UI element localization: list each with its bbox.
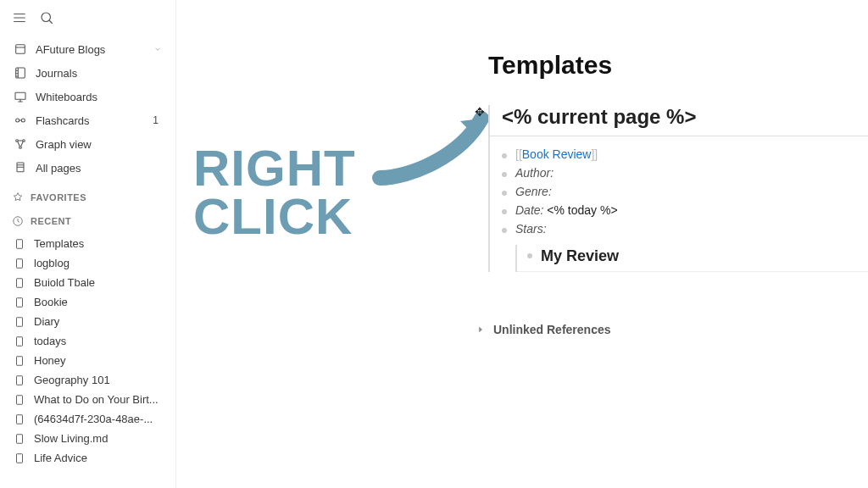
svg-rect-13 bbox=[17, 278, 23, 287]
recent-label: What to Do on Your Birt... bbox=[34, 393, 162, 406]
recent-item[interactable]: logblog bbox=[5, 253, 170, 273]
bullet-dot-icon bbox=[527, 253, 532, 258]
nav-graph[interactable]: Graph view bbox=[5, 132, 170, 156]
box-icon bbox=[14, 42, 27, 56]
bullet-dot-icon bbox=[502, 153, 507, 158]
bullet-dot-icon bbox=[502, 191, 507, 196]
page-icon bbox=[14, 316, 25, 328]
svg-point-0 bbox=[42, 13, 51, 22]
recent-section[interactable]: RECENT bbox=[0, 207, 175, 230]
svg-point-5 bbox=[21, 119, 25, 122]
page-icon bbox=[14, 413, 25, 425]
recent-label: logblog bbox=[34, 257, 162, 269]
bullet-date[interactable]: Date: <% today %> bbox=[502, 201, 868, 219]
svg-rect-17 bbox=[17, 356, 23, 365]
page-icon bbox=[14, 297, 25, 308]
bullet-genre[interactable]: Genre: bbox=[502, 182, 868, 201]
nav-all-pages[interactable]: All pages bbox=[5, 156, 170, 180]
annotation-text: RIGHT CLICK bbox=[193, 144, 356, 241]
recent-label: Diary bbox=[34, 315, 162, 328]
page-title: Templates bbox=[488, 51, 868, 80]
recent-label: Bookie bbox=[34, 296, 162, 308]
recent-label: Templates bbox=[34, 237, 162, 250]
recent-item[interactable]: Slow Living.md bbox=[5, 429, 170, 448]
nav-label: Flashcards bbox=[36, 114, 144, 127]
page-icon bbox=[14, 452, 25, 464]
svg-rect-3 bbox=[15, 92, 25, 99]
nav-whiteboards[interactable]: Whiteboards bbox=[5, 85, 170, 108]
field-author: Author: bbox=[515, 166, 554, 180]
recent-label: Geography 101 bbox=[34, 374, 162, 386]
field-stars: Stars: bbox=[515, 222, 547, 236]
recent-item[interactable]: Buiold Tbale bbox=[5, 273, 170, 292]
recent-item[interactable]: Templates bbox=[5, 234, 170, 253]
recent-item[interactable]: Diary bbox=[5, 312, 170, 331]
clock-icon bbox=[12, 215, 24, 227]
nav-label: All pages bbox=[36, 162, 162, 175]
svg-rect-11 bbox=[17, 239, 23, 248]
svg-rect-19 bbox=[17, 395, 23, 404]
page-icon bbox=[14, 336, 25, 347]
bullet-author[interactable]: Author: bbox=[502, 164, 868, 182]
block-heading[interactable]: <% current page %> bbox=[502, 105, 868, 134]
page-icon bbox=[14, 433, 25, 445]
flashcards-icon bbox=[14, 114, 27, 127]
recent-item[interactable]: Bookie bbox=[5, 292, 170, 312]
svg-rect-18 bbox=[17, 375, 23, 385]
page-icon bbox=[14, 258, 25, 269]
recent-item[interactable]: Geography 101 bbox=[5, 370, 170, 390]
recent-label: (64634d7f-230a-48ae-... bbox=[34, 413, 162, 425]
svg-rect-1 bbox=[16, 45, 25, 54]
recent-label: Slow Living.md bbox=[34, 432, 162, 445]
graph-icon bbox=[14, 137, 27, 151]
unlinked-references[interactable]: Unlinked References bbox=[476, 323, 868, 336]
svg-rect-16 bbox=[17, 336, 23, 346]
annotation-line1: RIGHT bbox=[193, 144, 356, 192]
bullet-stars[interactable]: Stars: bbox=[502, 219, 868, 238]
svg-point-4 bbox=[16, 119, 19, 122]
star-icon bbox=[12, 191, 24, 203]
search-icon[interactable] bbox=[39, 10, 54, 25]
template-block[interactable]: ✥ <% current page %> [[Book Review]] Aut… bbox=[488, 105, 868, 272]
sub-heading[interactable]: My Review bbox=[541, 247, 619, 265]
nav-journals[interactable]: Journals bbox=[5, 61, 170, 85]
nav-label: Whiteboards bbox=[36, 91, 162, 103]
divider bbox=[517, 271, 868, 272]
page-icon bbox=[14, 355, 25, 367]
page-icon bbox=[14, 238, 25, 250]
recent-label: todays bbox=[34, 335, 162, 347]
workspace-label: AFuture Blogs bbox=[36, 43, 145, 56]
recent-label: Buiold Tbale bbox=[34, 276, 162, 289]
field-date-value: <% today %> bbox=[547, 203, 617, 217]
svg-rect-22 bbox=[17, 453, 23, 463]
bullet-link[interactable]: [[Book Review]] bbox=[502, 145, 868, 164]
page-link[interactable]: Book Review bbox=[522, 147, 592, 161]
chevron-right-icon bbox=[476, 325, 485, 334]
hamburger-icon[interactable] bbox=[12, 10, 27, 25]
favorites-label: FAVORITES bbox=[31, 192, 86, 202]
cursor-icon: ✥ bbox=[475, 105, 485, 119]
favorites-section[interactable]: FAVORITES bbox=[0, 183, 175, 207]
nav-label: Journals bbox=[36, 67, 162, 80]
recent-item[interactable]: todays bbox=[5, 331, 170, 351]
field-genre: Genre: bbox=[515, 185, 552, 198]
svg-rect-21 bbox=[17, 434, 23, 443]
nav-label: Graph view bbox=[36, 138, 162, 151]
page-icon bbox=[14, 277, 25, 289]
recent-item[interactable]: Honey bbox=[5, 351, 170, 370]
pages-icon bbox=[14, 161, 27, 175]
recent-item[interactable]: (64634d7f-230a-48ae-... bbox=[5, 409, 170, 429]
sub-block[interactable]: My Review bbox=[515, 245, 868, 272]
recent-item[interactable]: What to Do on Your Birt... bbox=[5, 390, 170, 409]
svg-rect-14 bbox=[17, 297, 23, 307]
nav-flashcards[interactable]: Flashcards 1 bbox=[5, 108, 170, 132]
svg-rect-15 bbox=[17, 317, 23, 326]
sidebar: AFuture Blogs Journals Whiteboards Flash… bbox=[0, 0, 176, 488]
whiteboard-icon bbox=[14, 90, 27, 103]
workspace-switcher[interactable]: AFuture Blogs bbox=[5, 37, 170, 61]
refs-label: Unlinked References bbox=[493, 323, 611, 336]
recent-item[interactable]: Life Advice bbox=[5, 448, 170, 468]
bullet-dot-icon bbox=[502, 209, 507, 214]
divider bbox=[490, 136, 868, 136]
svg-rect-20 bbox=[17, 414, 23, 424]
